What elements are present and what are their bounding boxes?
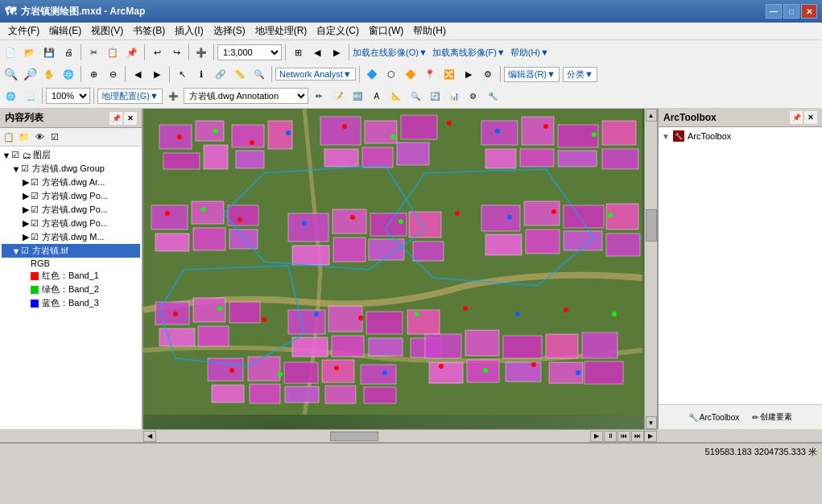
- dwg-ar[interactable]: ▶ ☑ 方岩镇.dwg Ar...: [2, 176, 140, 189]
- copy-button[interactable]: 📋: [104, 43, 122, 61]
- na-tool3[interactable]: 🔶: [402, 65, 419, 83]
- zoom-next-button[interactable]: ▶: [328, 43, 345, 61]
- anno-btn2[interactable]: 📝: [329, 87, 347, 105]
- anno-btn5[interactable]: 📐: [387, 87, 405, 105]
- na-label[interactable]: Network Analyst▼: [275, 68, 356, 81]
- toolbox-root[interactable]: ▼ 🔧 ArcToolbox: [660, 129, 820, 143]
- dwg-expand-icon[interactable]: ▼: [11, 164, 21, 174]
- zoom-out-button[interactable]: 🔎: [21, 65, 39, 83]
- menu-item-b[interactable]: 书签(B): [128, 23, 170, 39]
- add-data-button[interactable]: ➕: [192, 43, 210, 61]
- dwg-check[interactable]: ☑: [21, 163, 32, 174]
- load-online-label[interactable]: 加载在线影像(O)▼: [353, 47, 428, 59]
- hscroll-left[interactable]: ◀: [143, 431, 156, 442]
- vscroll-down[interactable]: ▼: [646, 416, 657, 429]
- add-layer-button[interactable]: ➕: [164, 87, 182, 105]
- fixed-zoom-out-button[interactable]: ⊖: [104, 65, 122, 83]
- menu-item-v[interactable]: 视图(V): [86, 23, 128, 39]
- dwg-m-check[interactable]: ☑: [31, 232, 42, 242]
- menu-item-c[interactable]: 自定义(C): [312, 23, 364, 39]
- help-button[interactable]: 帮助(H)▼: [510, 47, 549, 59]
- full-extent-button[interactable]: ⊞: [289, 43, 307, 61]
- maximize-button[interactable]: □: [783, 4, 799, 19]
- vscroll-thumb[interactable]: [646, 209, 657, 242]
- dwg-group[interactable]: ▼ ☑ 方岩镇.dwg Group: [2, 162, 140, 176]
- zoom-combo[interactable]: 100% 50% 200%: [46, 88, 90, 104]
- anno-btn10[interactable]: 🔧: [484, 87, 502, 105]
- fwd-extent-button[interactable]: ▶: [148, 65, 166, 83]
- scale-combo[interactable]: 1:3,000 1:5,000 1:10,000: [217, 44, 282, 60]
- vscroll-up[interactable]: ▲: [646, 109, 657, 122]
- annotation-combo[interactable]: 方岩镇.dwg Annotation: [184, 88, 308, 104]
- fixed-zoom-in-button[interactable]: ⊕: [85, 65, 102, 83]
- menu-item-s[interactable]: 选择(S): [209, 23, 250, 39]
- toc-sel-view[interactable]: ☑: [48, 130, 62, 144]
- na-tool6[interactable]: ▶: [460, 65, 477, 83]
- menu-item-h[interactable]: 帮助(H): [408, 23, 451, 39]
- tif-check[interactable]: ☑: [21, 246, 32, 256]
- load-offline-label[interactable]: 加载离线影像(F)▼: [432, 47, 506, 59]
- select-button[interactable]: ↖: [173, 65, 191, 83]
- anno-btn3[interactable]: 🔤: [349, 87, 366, 105]
- na-tool2[interactable]: ⬡: [382, 65, 400, 83]
- dwg-pc3-check[interactable]: ☑: [31, 218, 42, 229]
- map-hscrollbar[interactable]: ◀ ▶ ⏸ ⏮ ⏭ ▶: [143, 429, 657, 442]
- dwg-ar-expand[interactable]: ▶: [21, 177, 31, 188]
- classify-label[interactable]: 分类▼: [563, 67, 597, 82]
- zoom-full-button[interactable]: 🌐: [2, 87, 19, 105]
- redo-button[interactable]: ↪: [167, 43, 185, 61]
- dwg-pc3[interactable]: ▶ ☑ 方岩镇.dwg Po...: [2, 217, 140, 230]
- tif-expand[interactable]: ▼: [11, 246, 21, 256]
- globe-button[interactable]: 🌐: [60, 65, 77, 83]
- paste-button[interactable]: 📌: [123, 43, 141, 61]
- toc-close-button[interactable]: ✕: [124, 112, 137, 125]
- zoom-prev-button[interactable]: ◀: [308, 43, 326, 61]
- find-button[interactable]: 🔍: [250, 65, 268, 83]
- open-button[interactable]: 📂: [21, 43, 39, 61]
- anno-btn7[interactable]: 🔄: [426, 87, 444, 105]
- toc-pin-button[interactable]: 📌: [109, 112, 122, 125]
- menu-item-i[interactable]: 插入(I): [170, 23, 208, 39]
- layout-button[interactable]: 📃: [21, 87, 39, 105]
- tif-layer[interactable]: ▼ ☑ 方岩镇.tif: [2, 244, 140, 258]
- anno-btn1[interactable]: ✏: [310, 87, 328, 105]
- anno-btn6[interactable]: 🔍: [407, 87, 424, 105]
- toc-list-view[interactable]: 📋: [2, 130, 16, 144]
- save-button[interactable]: 💾: [40, 43, 58, 61]
- menu-item-w[interactable]: 窗口(W): [364, 23, 408, 39]
- root-expand-icon[interactable]: ▼: [662, 132, 670, 141]
- create-features-button[interactable]: ✏ 创建要素: [748, 408, 796, 426]
- hyperlink-button[interactable]: 🔗: [212, 65, 229, 83]
- dwg-ar-check[interactable]: ☑: [31, 177, 42, 188]
- toc-vis-view[interactable]: 👁: [32, 130, 47, 144]
- menu-item-f[interactable]: 文件(F): [3, 23, 44, 39]
- map-vscrollbar[interactable]: ▲ ▼: [644, 109, 657, 429]
- cut-button[interactable]: ✂: [85, 43, 102, 61]
- na-tool1[interactable]: 🔷: [363, 65, 381, 83]
- minimize-button[interactable]: —: [766, 4, 782, 19]
- layers-check[interactable]: ☑: [11, 150, 23, 160]
- geoconfg-label[interactable]: 地理配置(G)▼: [97, 89, 163, 104]
- dwg-pc3-expand[interactable]: ▶: [21, 218, 31, 229]
- print-button[interactable]: 🖨: [60, 43, 77, 61]
- dwg-pc2-check[interactable]: ☑: [31, 204, 42, 215]
- anno-btn9[interactable]: ⚙: [465, 87, 482, 105]
- hscroll-right[interactable]: ▶: [644, 431, 657, 442]
- menu-item-e[interactable]: 编辑(E): [44, 23, 86, 39]
- undo-button[interactable]: ↩: [148, 43, 166, 61]
- identify-button[interactable]: ℹ: [192, 65, 210, 83]
- dwg-pc1[interactable]: ▶ ☑ 方岩镇.dwg Po...: [2, 189, 140, 203]
- close-button[interactable]: ✕: [801, 4, 817, 19]
- menu-item-r[interactable]: 地理处理(R): [250, 23, 312, 39]
- map-pause-button[interactable]: ⏸: [604, 431, 617, 442]
- dwg-pc1-check[interactable]: ☑: [31, 191, 42, 201]
- na-tool4[interactable]: 📍: [421, 65, 439, 83]
- dwg-m-expand[interactable]: ▶: [21, 232, 31, 242]
- toolbox-pin-button[interactable]: 📌: [790, 111, 803, 124]
- layers-group[interactable]: ▼ ☑ 🗂 图层: [2, 148, 140, 162]
- map-stop-button[interactable]: ⏮: [618, 431, 630, 442]
- measure-button[interactable]: 📏: [231, 65, 249, 83]
- zoom-in-button[interactable]: 🔍: [2, 65, 19, 83]
- dwg-pc1-expand[interactable]: ▶: [21, 191, 31, 201]
- back-extent-button[interactable]: ◀: [129, 65, 147, 83]
